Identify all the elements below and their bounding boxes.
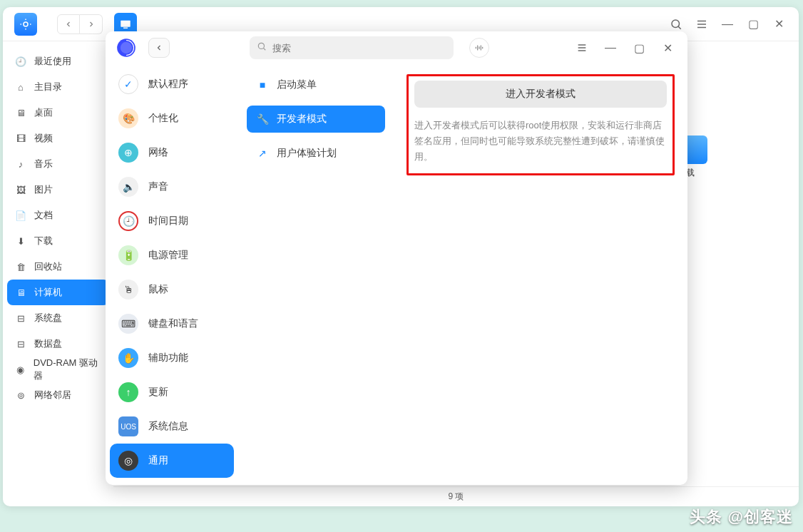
settings-detail-pane: 进入开发者模式 进入开发者模式后可以获得root使用权限，安装和运行非商店签名应… bbox=[394, 64, 687, 485]
category-label: 通用 bbox=[148, 454, 168, 467]
fm-app-icon bbox=[14, 13, 37, 36]
speaker-icon: 🔈 bbox=[118, 177, 138, 197]
sidebar-item-label: 系统盘 bbox=[34, 312, 62, 324]
document-icon: 📄 bbox=[14, 209, 27, 222]
svg-point-0 bbox=[24, 22, 28, 26]
settings-menu-icon[interactable] bbox=[569, 35, 595, 61]
settings-app-icon bbox=[116, 37, 137, 58]
sidebar-item-network[interactable]: ⊚网络邻居 bbox=[7, 382, 109, 408]
category-network[interactable]: ⊕网络 bbox=[110, 135, 234, 170]
fm-maximize-button[interactable]: ▢ bbox=[740, 11, 766, 37]
desktop-icon: 🖥 bbox=[14, 106, 27, 119]
category-sound[interactable]: 🔈声音 bbox=[110, 170, 234, 204]
info-icon: UOS bbox=[118, 416, 138, 436]
sidebar-item-label: 视频 bbox=[34, 132, 53, 145]
sidebar-item-downloads[interactable]: ⬇下载 bbox=[7, 228, 109, 254]
clock-icon: 🕘 bbox=[14, 55, 27, 68]
sidebar-item-label: 主目录 bbox=[34, 81, 62, 93]
sidebar-item-label: 桌面 bbox=[34, 106, 53, 119]
sidebar-item-music[interactable]: ♪音乐 bbox=[7, 151, 109, 177]
settings-search[interactable] bbox=[250, 36, 454, 59]
arrow-icon: ↗ bbox=[257, 148, 268, 159]
keyboard-icon: ⌨ bbox=[118, 314, 138, 334]
nav-forward-button[interactable] bbox=[80, 14, 103, 34]
settings-close-button[interactable]: ✕ bbox=[655, 35, 680, 61]
sidebar-item-documents[interactable]: 📄文档 bbox=[7, 203, 109, 228]
nav-back-button[interactable] bbox=[57, 14, 80, 34]
sidebar-item-system-disk[interactable]: ⊟系统盘 bbox=[7, 305, 109, 331]
sidebar-item-optical[interactable]: ◉DVD-RAM 驱动器 bbox=[7, 357, 109, 382]
fm-minimize-button[interactable]: — bbox=[715, 11, 740, 37]
category-sysinfo[interactable]: UOS系统信息 bbox=[110, 409, 234, 444]
sub-label: 启动菜单 bbox=[277, 78, 317, 91]
hand-icon: ✋ bbox=[118, 348, 138, 368]
sidebar-item-label: 最近使用 bbox=[34, 55, 71, 68]
fm-sidebar: 🕘最近使用 ⌂主目录 🖥桌面 🎞视频 ♪音乐 🖼图片 📄文档 ⬇下载 🗑回收站 … bbox=[3, 41, 113, 506]
fm-close-button[interactable]: ✕ bbox=[766, 11, 792, 37]
category-power[interactable]: 🔋电源管理 bbox=[110, 238, 234, 272]
download-icon: ⬇ bbox=[14, 235, 27, 247]
clock-icon: 🕘 bbox=[118, 211, 138, 231]
sidebar-item-data-disk[interactable]: ⊟数据盘 bbox=[7, 331, 109, 357]
developer-mode-description: 进入开发者模式后可以获得root使用权限，安装和运行非商店签名应用，但同时也可能… bbox=[414, 118, 667, 165]
category-default-apps[interactable]: ✓默认程序 bbox=[110, 67, 234, 101]
settings-maximize-button[interactable]: ▢ bbox=[626, 35, 652, 61]
home-icon: ⌂ bbox=[14, 81, 27, 93]
category-personalization[interactable]: 🎨个性化 bbox=[110, 101, 234, 135]
sub-label: 用户体验计划 bbox=[277, 147, 337, 160]
sidebar-item-videos[interactable]: 🎞视频 bbox=[7, 126, 109, 151]
sub-developer-mode[interactable]: 🔧开发者模式 bbox=[247, 106, 385, 133]
category-label: 鼠标 bbox=[148, 283, 168, 296]
category-keyboard[interactable]: ⌨键盘和语言 bbox=[110, 307, 234, 341]
sidebar-item-label: 音乐 bbox=[34, 158, 53, 170]
sidebar-item-label: 下载 bbox=[34, 235, 53, 247]
voice-button[interactable] bbox=[469, 38, 489, 58]
svg-point-5 bbox=[121, 42, 132, 53]
sidebar-item-trash[interactable]: 🗑回收站 bbox=[7, 254, 109, 280]
sub-label: 开发者模式 bbox=[277, 113, 327, 126]
sidebar-item-label: 图片 bbox=[34, 183, 53, 196]
brush-icon: 🎨 bbox=[118, 108, 138, 128]
category-label: 声音 bbox=[148, 180, 168, 193]
sidebar-item-recent[interactable]: 🕘最近使用 bbox=[7, 48, 109, 74]
enter-developer-mode-button[interactable]: 进入开发者模式 bbox=[414, 81, 667, 108]
category-label: 默认程序 bbox=[148, 78, 188, 91]
sidebar-item-home[interactable]: ⌂主目录 bbox=[7, 74, 109, 100]
arrow-up-icon: ↑ bbox=[118, 382, 138, 402]
globe-icon: ⊕ bbox=[118, 143, 138, 163]
sidebar-item-label: 计算机 bbox=[34, 286, 62, 299]
category-mouse[interactable]: 🖱鼠标 bbox=[110, 272, 234, 307]
settings-back-button[interactable] bbox=[148, 38, 170, 58]
sidebar-item-desktop[interactable]: 🖥桌面 bbox=[7, 100, 109, 126]
sidebar-item-computer[interactable]: 🖥计算机 bbox=[7, 280, 109, 305]
trash-icon: 🗑 bbox=[14, 260, 27, 273]
music-icon: ♪ bbox=[14, 158, 27, 170]
category-datetime[interactable]: 🕘时间日期 bbox=[110, 204, 234, 238]
category-general[interactable]: ◎通用 bbox=[110, 444, 234, 478]
menu-icon[interactable] bbox=[689, 11, 715, 37]
wrench-icon: 🔧 bbox=[257, 113, 268, 125]
settings-titlebar: — ▢ ✕ bbox=[106, 31, 687, 64]
sub-boot-menu[interactable]: ■启动菜单 bbox=[247, 71, 385, 98]
category-label: 电源管理 bbox=[148, 249, 188, 262]
category-label: 键盘和语言 bbox=[148, 317, 198, 330]
sidebar-item-pictures[interactable]: 🖼图片 bbox=[7, 177, 109, 203]
settings-category-list: ✓默认程序 🎨个性化 ⊕网络 🔈声音 🕘时间日期 🔋电源管理 🖱鼠标 ⌨键盘和语… bbox=[106, 64, 238, 485]
category-accessibility[interactable]: ✋辅助功能 bbox=[110, 341, 234, 375]
computer-icon: 🖥 bbox=[14, 286, 27, 299]
network-icon: ⊚ bbox=[14, 389, 27, 401]
category-update[interactable]: ↑更新 bbox=[110, 375, 234, 409]
sub-user-experience[interactable]: ↗用户体验计划 bbox=[247, 140, 385, 167]
battery-icon: 🔋 bbox=[118, 245, 138, 265]
emphasis-box: 进入开发者模式 进入开发者模式后可以获得root使用权限，安装和运行非商店签名应… bbox=[406, 74, 675, 175]
image-icon: 🖼 bbox=[14, 183, 27, 196]
sidebar-item-label: DVD-RAM 驱动器 bbox=[34, 357, 102, 382]
search-input[interactable] bbox=[272, 43, 446, 53]
watermark: 头条 @创客迷 bbox=[690, 506, 793, 528]
category-label: 时间日期 bbox=[148, 215, 188, 227]
settings-minimize-button[interactable]: — bbox=[598, 35, 623, 61]
svg-rect-2 bbox=[123, 27, 128, 29]
fm-statusbar: 9 项 bbox=[113, 486, 799, 506]
category-label: 更新 bbox=[148, 386, 168, 399]
settings-subcategory-list: ■启动菜单 🔧开发者模式 ↗用户体验计划 bbox=[238, 64, 394, 485]
